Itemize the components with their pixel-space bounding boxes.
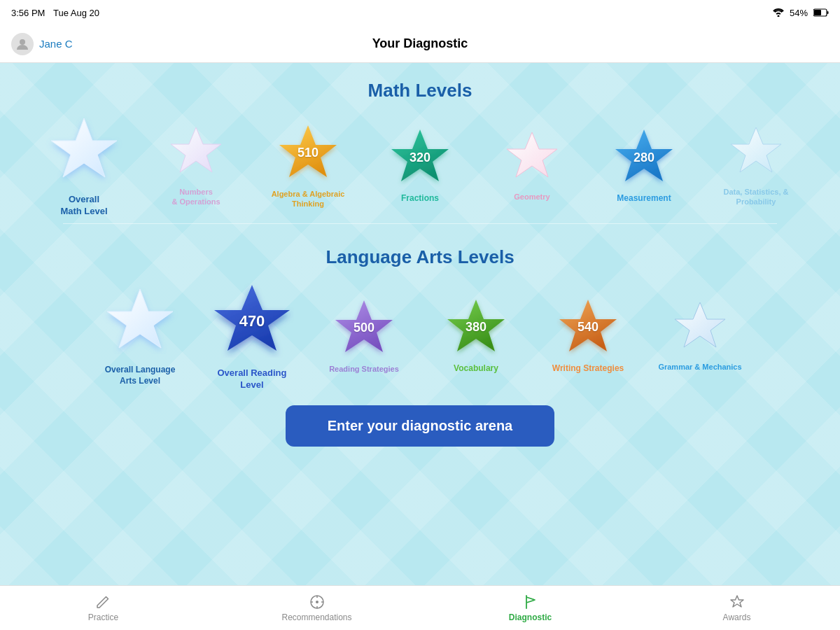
- svg-marker-11: [107, 289, 173, 348]
- username: Jane C: [39, 38, 73, 50]
- enter-diagnostic-button[interactable]: Enter your diagnostic arena: [286, 405, 555, 447]
- geometry-star-icon: [503, 128, 562, 188]
- status-time: 3:56 PM: [11, 8, 45, 18]
- svg-marker-23: [731, 596, 743, 607]
- bottom-nav: Practice Recommendations Diagnostic Awar…: [0, 585, 840, 630]
- nav-diagnostic[interactable]: Diagnostic: [503, 594, 559, 622]
- star-item-grammar[interactable]: Grammar & Mechanics: [651, 298, 749, 372]
- pencil-icon: [95, 594, 111, 610]
- nav-recommendations[interactable]: Recommendations: [281, 594, 351, 622]
- star-item-numbers-ops[interactable]: Numbers& Operations: [147, 123, 245, 207]
- overall-la-star-icon: [102, 284, 178, 360]
- star-item-overall-math[interactable]: OverallMath Level: [35, 113, 133, 218]
- nav-practice[interactable]: Practice: [75, 594, 131, 622]
- math-section-title: Math Levels: [368, 80, 472, 102]
- overall-math-label: OverallMath Level: [60, 194, 107, 218]
- header: Jane C Your Diagnostic: [0, 25, 840, 63]
- writing-strategies-number: 540: [578, 320, 598, 335]
- svg-rect-2: [827, 11, 829, 14]
- overall-reading-label: Overall ReadingLevel: [218, 368, 287, 391]
- battery-text: 54%: [790, 8, 808, 18]
- page-title: Your Diagnostic: [372, 36, 468, 51]
- flag-icon: [523, 594, 538, 610]
- avatar: [11, 33, 34, 55]
- math-stars-row: OverallMath Level Numbers&: [21, 113, 819, 218]
- battery-icon: [813, 8, 829, 17]
- numbers-ops-star-icon: [167, 123, 226, 183]
- star-item-reading-strategies[interactable]: 500 Reading Strategies: [315, 297, 413, 374]
- star-item-measurement[interactable]: 280 Measurement: [595, 126, 693, 204]
- data-stats-star-icon: [727, 123, 786, 183]
- star-item-data-stats[interactable]: Data, Statistics, &Probability: [707, 123, 805, 207]
- fractions-label: Fractions: [401, 193, 439, 204]
- reading-strategies-number: 500: [354, 321, 374, 335]
- overall-la-label: Overall LanguageArts Level: [105, 365, 176, 386]
- vocabulary-label: Vocabulary: [454, 363, 498, 374]
- star-item-overall-la[interactable]: Overall LanguageArts Level: [91, 284, 189, 386]
- language-stars-row: Overall LanguageArts Level: [77, 279, 763, 391]
- status-bar: 3:56 PM Tue Aug 20 54%: [0, 0, 840, 25]
- practice-label: Practice: [88, 612, 118, 622]
- svg-marker-10: [731, 127, 781, 172]
- svg-point-18: [316, 601, 318, 603]
- data-stats-label: Data, Statistics, &Probability: [724, 187, 789, 207]
- algebra-label: Algebra & AlgebraicThinking: [272, 189, 345, 209]
- language-section-title: Language Arts Levels: [326, 246, 514, 268]
- grammar-star-icon: [671, 298, 730, 358]
- nav-awards[interactable]: Awards: [709, 594, 765, 622]
- numbers-ops-label: Numbers& Operations: [172, 187, 220, 207]
- geometry-label: Geometry: [514, 192, 550, 202]
- language-section: Language Arts Levels: [0, 230, 840, 391]
- awards-label: Awards: [723, 612, 751, 622]
- status-date: Tue Aug 20: [53, 8, 99, 18]
- star-item-algebra[interactable]: 510 Algebra & AlgebraicThinking: [259, 122, 357, 209]
- overall-math-star-icon: [46, 113, 122, 190]
- compass-icon: [309, 594, 325, 610]
- grammar-label: Grammar & Mechanics: [658, 362, 741, 372]
- main-content: Math Levels O: [0, 63, 840, 585]
- algebra-number: 510: [298, 146, 318, 160]
- reading-strategies-label: Reading Strategies: [329, 364, 399, 374]
- status-icons: 54%: [773, 8, 829, 18]
- measurement-label: Measurement: [617, 193, 671, 204]
- wifi-icon: [773, 8, 784, 17]
- overall-reading-number: 470: [239, 312, 265, 330]
- measurement-number: 280: [634, 150, 654, 165]
- star-outline-icon: [729, 594, 745, 610]
- section-divider: [63, 223, 777, 224]
- svg-marker-16: [675, 302, 725, 347]
- math-section: Math Levels O: [0, 63, 840, 218]
- star-item-vocabulary[interactable]: 380 Vocabulary: [427, 296, 525, 374]
- fractions-number: 320: [410, 150, 430, 165]
- star-item-fractions[interactable]: 320 Fractions: [371, 126, 469, 204]
- svg-marker-8: [507, 132, 557, 177]
- svg-rect-1: [814, 10, 821, 15]
- star-item-writing-strategies[interactable]: 540 Writing Strategies: [539, 296, 637, 374]
- diagnostic-label: Diagnostic: [509, 612, 552, 622]
- user-info[interactable]: Jane C: [11, 33, 73, 55]
- star-item-overall-reading[interactable]: 470 Overall ReadingLevel: [203, 279, 301, 391]
- svg-marker-5: [171, 127, 221, 172]
- recommendations-label: Recommendations: [281, 612, 351, 622]
- vocabulary-number: 380: [465, 320, 486, 335]
- svg-point-3: [20, 39, 25, 45]
- star-item-geometry[interactable]: Geometry: [483, 128, 581, 202]
- svg-marker-4: [51, 118, 117, 177]
- writing-strategies-label: Writing Strategies: [552, 363, 624, 374]
